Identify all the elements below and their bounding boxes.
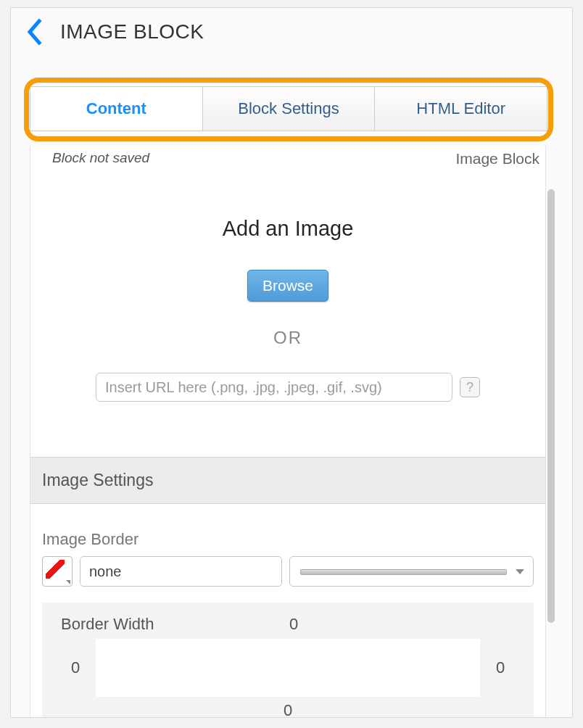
image-settings-body: Image Border Border Width 0 0 [30, 504, 545, 717]
border-style-select[interactable] [80, 556, 282, 587]
image-settings-header: Image Settings [30, 457, 545, 504]
border-preview-select[interactable] [289, 556, 534, 587]
or-divider: OR [52, 328, 524, 348]
image-border-label: Image Border [42, 530, 534, 549]
back-button[interactable] [20, 15, 49, 49]
content-shell: Block not saved Image Block Add an Image… [30, 146, 555, 717]
border-width-right[interactable]: 0 [496, 658, 505, 677]
scroll-area: Block not saved Image Block Add an Image… [30, 146, 546, 717]
meta-row: Block not saved Image Block [30, 146, 545, 175]
border-width-left[interactable]: 0 [71, 658, 80, 677]
status-not-saved: Block not saved [52, 150, 149, 167]
add-image-area: Add an Image Browse OR ? [30, 175, 545, 457]
tab-html-editor[interactable]: HTML Editor [374, 87, 547, 131]
browse-button[interactable]: Browse [247, 270, 328, 302]
border-color-picker[interactable] [42, 556, 73, 587]
tabs: Content Block Settings HTML Editor [30, 86, 547, 131]
block-type-label: Image Block [455, 150, 539, 167]
border-width-title: Border Width [55, 615, 154, 634]
chevron-left-icon [25, 18, 43, 46]
url-help-button[interactable]: ? [460, 377, 480, 397]
image-block-panel: IMAGE BLOCK Content Block Settings HTML … [10, 7, 573, 718]
border-width-grid: Border Width 0 0 0 0 [55, 611, 521, 717]
tab-block-settings[interactable]: Block Settings [202, 87, 375, 131]
border-width-bottom[interactable]: 0 [284, 701, 292, 717]
panel-header: IMAGE BLOCK [11, 8, 572, 69]
page-title: IMAGE BLOCK [60, 20, 204, 44]
scrollbar[interactable] [547, 189, 555, 623]
border-width-top[interactable]: 0 [154, 615, 434, 635]
tab-content[interactable]: Content [30, 87, 202, 131]
image-url-input[interactable] [96, 373, 452, 402]
url-row: ? [96, 373, 480, 402]
add-image-heading: Add an Image [52, 217, 524, 241]
image-border-row [42, 556, 534, 587]
border-width-box: Border Width 0 0 0 0 [42, 603, 534, 717]
border-width-preview [96, 639, 480, 697]
